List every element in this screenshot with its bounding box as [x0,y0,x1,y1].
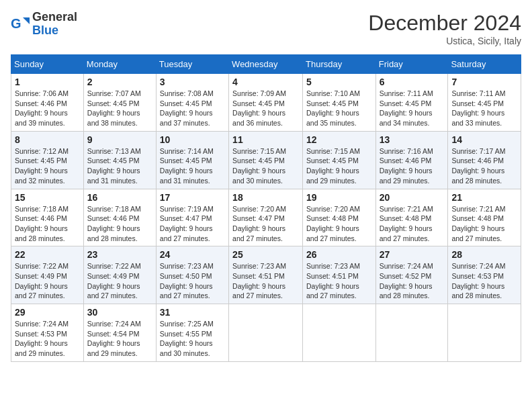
calendar-cell [229,304,303,362]
day-number: 14 [451,134,517,145]
calendar-cell: 23Sunrise: 7:22 AMSunset: 4:49 PMDayligh… [83,246,156,304]
calendar-cell: 8Sunrise: 7:12 AMSunset: 4:45 PMDaylight… [11,131,84,189]
day-info: Sunrise: 7:22 AMSunset: 4:49 PMDaylight:… [15,261,80,301]
page-header: G General Blue December 2024 Ustica, Sic… [11,11,521,46]
day-number: 13 [380,134,445,145]
calendar-cell: 14Sunrise: 7:17 AMSunset: 4:46 PMDayligh… [448,131,521,189]
calendar-cell: 5Sunrise: 7:10 AMSunset: 4:45 PMDaylight… [303,74,376,132]
day-info: Sunrise: 7:23 AMSunset: 4:50 PMDaylight:… [160,261,225,301]
day-number: 21 [451,192,517,203]
calendar-cell: 26Sunrise: 7:23 AMSunset: 4:51 PMDayligh… [303,246,376,304]
calendar-cell: 15Sunrise: 7:18 AMSunset: 4:46 PMDayligh… [11,189,84,246]
day-info: Sunrise: 7:24 AMSunset: 4:52 PMDaylight:… [380,261,445,301]
day-number: 24 [160,249,225,260]
day-info: Sunrise: 7:19 AMSunset: 4:47 PMDaylight:… [160,204,225,244]
calendar-cell: 13Sunrise: 7:16 AMSunset: 4:46 PMDayligh… [375,131,448,189]
calendar-cell: 22Sunrise: 7:22 AMSunset: 4:49 PMDayligh… [11,246,84,304]
day-number: 3 [160,77,225,87]
day-number: 15 [15,192,80,203]
location: Ustica, Sicily, Italy [368,36,521,46]
weekday-header-saturday: Saturday [448,55,521,74]
weekday-header-thursday: Thursday [303,55,376,74]
day-info: Sunrise: 7:20 AMSunset: 4:47 PMDaylight:… [232,204,299,244]
day-number: 23 [87,249,152,260]
calendar-cell: 29Sunrise: 7:24 AMSunset: 4:53 PMDayligh… [11,304,84,362]
day-number: 10 [160,134,225,145]
calendar-cell: 12Sunrise: 7:15 AMSunset: 4:45 PMDayligh… [303,131,376,189]
day-info: Sunrise: 7:24 AMSunset: 4:53 PMDaylight:… [15,319,80,359]
day-info: Sunrise: 7:15 AMSunset: 4:45 PMDaylight:… [306,146,372,186]
day-number: 6 [380,77,445,87]
month-title: December 2024 [368,11,521,36]
calendar-cell: 20Sunrise: 7:21 AMSunset: 4:48 PMDayligh… [375,189,448,246]
calendar-table: SundayMondayTuesdayWednesdayThursdayFrid… [11,54,521,362]
day-number: 2 [87,77,152,87]
calendar-cell: 7Sunrise: 7:11 AMSunset: 4:45 PMDaylight… [448,74,521,132]
calendar-cell: 19Sunrise: 7:20 AMSunset: 4:48 PMDayligh… [303,189,376,246]
day-number: 7 [451,77,517,87]
day-number: 29 [15,307,80,318]
day-info: Sunrise: 7:15 AMSunset: 4:45 PMDaylight:… [232,146,299,186]
calendar-cell: 17Sunrise: 7:19 AMSunset: 4:47 PMDayligh… [156,189,228,246]
calendar-cell: 6Sunrise: 7:11 AMSunset: 4:45 PMDaylight… [375,74,448,132]
day-info: Sunrise: 7:21 AMSunset: 4:48 PMDaylight:… [380,204,445,244]
day-number: 20 [380,192,445,203]
day-number: 5 [306,77,372,87]
day-number: 31 [160,307,225,318]
day-info: Sunrise: 7:18 AMSunset: 4:46 PMDaylight:… [15,204,80,244]
day-number: 27 [380,249,445,260]
calendar-cell: 31Sunrise: 7:25 AMSunset: 4:55 PMDayligh… [156,304,228,362]
day-number: 12 [306,134,372,145]
calendar-cell: 24Sunrise: 7:23 AMSunset: 4:50 PMDayligh… [156,246,228,304]
day-number: 4 [232,77,299,87]
weekday-header-monday: Monday [83,55,156,74]
day-info: Sunrise: 7:23 AMSunset: 4:51 PMDaylight:… [306,261,372,301]
day-number: 22 [15,249,80,260]
day-info: Sunrise: 7:16 AMSunset: 4:46 PMDaylight:… [380,146,445,186]
calendar-cell: 3Sunrise: 7:08 AMSunset: 4:45 PMDaylight… [156,74,228,132]
calendar-cell: 30Sunrise: 7:24 AMSunset: 4:54 PMDayligh… [83,304,156,362]
day-info: Sunrise: 7:07 AMSunset: 4:45 PMDaylight:… [87,89,152,128]
day-info: Sunrise: 7:06 AMSunset: 4:46 PMDaylight:… [15,89,80,128]
day-info: Sunrise: 7:13 AMSunset: 4:45 PMDaylight:… [87,146,152,186]
calendar-cell: 2Sunrise: 7:07 AMSunset: 4:45 PMDaylight… [83,74,156,132]
weekday-header-sunday: Sunday [11,55,84,74]
logo-text-line2: Blue [32,24,77,38]
day-info: Sunrise: 7:17 AMSunset: 4:46 PMDaylight:… [451,146,517,186]
day-number: 30 [87,307,152,318]
day-info: Sunrise: 7:18 AMSunset: 4:46 PMDaylight:… [87,204,152,244]
calendar-cell: 21Sunrise: 7:21 AMSunset: 4:48 PMDayligh… [448,189,521,246]
day-info: Sunrise: 7:14 AMSunset: 4:45 PMDaylight:… [160,146,225,186]
day-number: 9 [87,134,152,145]
calendar-cell: 11Sunrise: 7:15 AMSunset: 4:45 PMDayligh… [229,131,303,189]
day-info: Sunrise: 7:11 AMSunset: 4:45 PMDaylight:… [380,89,445,128]
day-info: Sunrise: 7:22 AMSunset: 4:49 PMDaylight:… [87,261,152,301]
calendar-cell [448,304,521,362]
calendar-cell: 1Sunrise: 7:06 AMSunset: 4:46 PMDaylight… [11,74,84,132]
calendar-cell: 9Sunrise: 7:13 AMSunset: 4:45 PMDaylight… [83,131,156,189]
day-info: Sunrise: 7:24 AMSunset: 4:54 PMDaylight:… [87,319,152,359]
day-info: Sunrise: 7:25 AMSunset: 4:55 PMDaylight:… [160,319,225,359]
day-info: Sunrise: 7:20 AMSunset: 4:48 PMDaylight:… [306,204,372,244]
calendar-cell: 4Sunrise: 7:09 AMSunset: 4:45 PMDaylight… [229,74,303,132]
day-info: Sunrise: 7:11 AMSunset: 4:45 PMDaylight:… [451,89,517,128]
calendar-cell [303,304,376,362]
svg-marker-1 [23,17,30,24]
weekday-header-wednesday: Wednesday [229,55,303,74]
day-number: 11 [232,134,299,145]
day-info: Sunrise: 7:09 AMSunset: 4:45 PMDaylight:… [232,89,299,128]
day-number: 1 [15,77,80,87]
day-number: 19 [306,192,372,203]
day-number: 25 [232,249,299,260]
day-info: Sunrise: 7:23 AMSunset: 4:51 PMDaylight:… [232,261,299,301]
logo-icon: G [11,15,30,34]
day-info: Sunrise: 7:24 AMSunset: 4:53 PMDaylight:… [451,261,517,301]
svg-text:G: G [11,16,21,31]
day-info: Sunrise: 7:10 AMSunset: 4:45 PMDaylight:… [306,89,372,128]
calendar-cell: 25Sunrise: 7:23 AMSunset: 4:51 PMDayligh… [229,246,303,304]
day-number: 8 [15,134,80,145]
day-number: 18 [232,192,299,203]
day-number: 16 [87,192,152,203]
day-number: 26 [306,249,372,260]
day-info: Sunrise: 7:12 AMSunset: 4:45 PMDaylight:… [15,146,80,186]
